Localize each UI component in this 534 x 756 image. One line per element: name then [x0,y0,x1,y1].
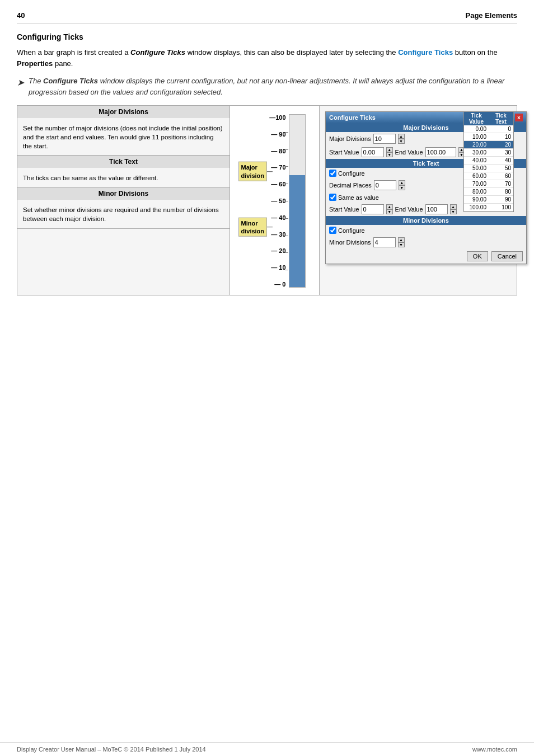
tick-start-label: Start Value [329,206,359,213]
intro-text-3: button on the [453,48,498,57]
scale-70: — 70 [271,164,285,171]
major-divisions-label: Major Divisions [329,135,371,142]
decimal-spin-down[interactable]: ▼ [399,185,405,190]
bar-graph-area: —100 — 90 — 80 — 70 — 60 — 50 — 40 — 30 … [230,106,320,295]
minor-divisions-section: Minor Divisions Set whether minor divisi… [17,187,229,228]
dialog-close-button[interactable]: × [515,114,523,121]
major-divisions-spinner[interactable]: ▲ ▼ [398,134,405,144]
minor-spin-down[interactable]: ▼ [398,242,405,247]
tick-end-up[interactable]: ▲ [450,204,457,209]
minor-divisions-input[interactable] [373,237,396,247]
decimal-spin-up[interactable]: ▲ [399,180,405,185]
dialog-footer: OK Cancel [326,249,526,264]
end-value-input[interactable] [425,147,456,157]
tick-row-text-8: 80 [489,188,513,195]
note-arrow-icon: ➤ [17,76,24,90]
tick-row-2[interactable]: 20.0020 [464,141,513,149]
tick-value-col-header: Tick Value [464,112,489,125]
configure-ticks-link[interactable]: Configure Ticks [398,48,453,57]
scale-50: — 50 [271,198,285,204]
tick-text-section: Tick Text The ticks can be same as the v… [17,156,229,187]
scale-90: — 90 [271,131,285,138]
tick-text-header: Tick Text [17,156,229,168]
tick-end-label: End Value [395,206,423,213]
spin-down-btn[interactable]: ▼ [398,139,405,144]
tick-row-value-2: 20.00 [464,141,489,148]
start-spin-up[interactable]: ▲ [386,147,393,152]
minor-divisions-label: Minor Divisions [329,239,371,246]
minor-configure-label[interactable]: Configure [329,227,365,234]
tick-row-8[interactable]: 80.0080 [464,188,513,196]
major-divisions-text: Set the number of major divisions (does … [23,121,224,151]
intro-bold-2: Properties [17,59,53,68]
tick-row-text-9: 90 [489,196,513,203]
scale-20: — 20 [271,247,285,254]
tick-row-5[interactable]: 50.0050 [464,165,513,172]
tick-row-0[interactable]: 0.000 [464,125,513,133]
minor-divisions-spinner[interactable]: ▲ ▼ [398,237,405,247]
scale-10: — 10 [271,264,285,271]
ok-button[interactable]: OK [467,251,488,261]
tick-row-7[interactable]: 70.0070 [464,180,513,188]
note-text-1: The [29,77,43,85]
tick-table-header: Tick Value Tick Text [464,112,513,125]
tick-row-value-4: 40.00 [464,157,489,164]
same-as-value-label[interactable]: Same as value [329,194,379,201]
start-value-input[interactable] [362,147,384,157]
minor-divisions-row: Minor Divisions ▲ ▼ [326,236,526,249]
intro-text-2: window displays, this can also be displa… [185,48,398,57]
configure-checkbox-label[interactable]: Configure [329,170,365,177]
note-block: ➤ The Configure Ticks window displays th… [17,76,517,97]
tick-row-text-3: 30 [489,149,513,156]
section-heading: Configuring Ticks [17,32,517,41]
tick-row-text-2: 20 [489,141,513,148]
minor-spin-up[interactable]: ▲ [398,237,405,242]
tick-row-value-6: 60.00 [464,172,489,180]
tick-end-down[interactable]: ▼ [450,209,457,214]
decimal-places-input[interactable] [374,180,396,190]
configure-checkbox[interactable] [329,170,336,177]
tick-row-value-5: 50.00 [464,165,489,172]
intro-paragraph: When a bar graph is first created a Conf… [17,47,517,69]
tick-start-down[interactable]: ▼ [386,209,393,214]
tick-row-value-0: 0.00 [464,125,489,133]
tick-row-text-7: 70 [489,180,513,187]
start-value-label: Start Value [329,149,359,156]
major-divisions-input[interactable] [373,134,396,144]
decimal-places-label: Decimal Places [329,182,372,189]
tick-row-text-5: 50 [489,165,513,172]
tick-row-value-8: 80.00 [464,188,489,195]
tick-start-spinner[interactable]: ▲ ▼ [386,204,393,214]
tick-row-9[interactable]: 90.0090 [464,196,513,204]
tick-row-value-1: 10.00 [464,133,489,140]
tick-row-text-0: 0 [489,125,513,133]
major-divisions-section: Major Divisions Set the number of major … [17,106,229,156]
same-as-value-checkbox[interactable] [329,194,336,201]
cancel-button[interactable]: Cancel [491,251,523,261]
minor-divisions-header: Minor Divisions [17,187,229,200]
tick-row-10[interactable]: 100.00100 [464,204,513,212]
tick-start-input[interactable] [362,204,384,214]
scale-80: — 80 [271,148,285,154]
tick-row-value-10: 100.00 [464,204,489,211]
tick-row-6[interactable]: 60.0060 [464,172,513,180]
tick-row-4[interactable]: 40.0040 [464,157,513,165]
tick-start-up[interactable]: ▲ [386,204,393,209]
tick-end-spinner[interactable]: ▲ ▼ [450,204,457,214]
illustration-container: Major Divisions Set the number of major … [17,105,517,295]
decimal-spinner[interactable]: ▲ ▼ [399,180,405,190]
start-spin-down[interactable]: ▼ [386,152,393,157]
start-value-spinner[interactable]: ▲ ▼ [386,147,393,157]
scale-0: — 0 [274,281,285,288]
note-bold: Configure Ticks [43,77,98,85]
spin-up-btn[interactable]: ▲ [398,134,405,139]
note-text-2: window displays the current configuratio… [29,77,504,96]
minor-configure-checkbox[interactable] [329,227,336,234]
scale-100: —100 [269,114,285,121]
page-footer: Display Creator User Manual – MoTeC © 20… [0,742,534,756]
tick-row-1[interactable]: 10.0010 [464,133,513,141]
intro-bold-1: Configure Ticks [130,48,185,57]
minor-configure-row: Configure [326,225,526,236]
tick-row-3[interactable]: 30.0030 [464,149,513,157]
tick-end-input[interactable] [425,204,448,214]
